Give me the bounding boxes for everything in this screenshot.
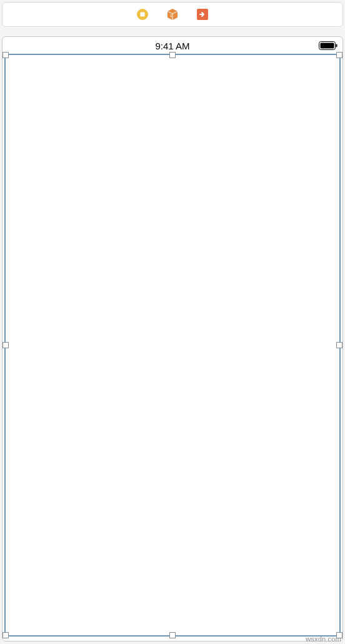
resize-handle-middle-left[interactable] — [2, 342, 9, 348]
watermark: wsxdn.com — [306, 635, 341, 643]
resize-handle-bottom-center[interactable] — [169, 632, 176, 638]
toolbar: 1 — [2, 2, 343, 27]
export-icon[interactable] — [196, 8, 209, 21]
interface-builder-canvas[interactable]: 9:41 AM — [2, 36, 343, 641]
cube-icon[interactable]: 1 — [166, 8, 179, 21]
resize-handle-top-right[interactable] — [336, 52, 342, 58]
resize-handle-top-left[interactable] — [2, 52, 9, 58]
status-time: 9:41 AM — [155, 41, 189, 51]
svg-rect-7 — [321, 43, 334, 49]
selected-view[interactable] — [4, 54, 341, 636]
svg-rect-1 — [141, 13, 145, 17]
battery-icon — [319, 41, 338, 50]
record-icon[interactable] — [136, 8, 149, 21]
svg-rect-8 — [336, 44, 338, 48]
resize-handle-bottom-left[interactable] — [2, 632, 9, 638]
resize-handle-top-center[interactable] — [169, 52, 176, 58]
resize-handle-middle-right[interactable] — [336, 342, 342, 348]
